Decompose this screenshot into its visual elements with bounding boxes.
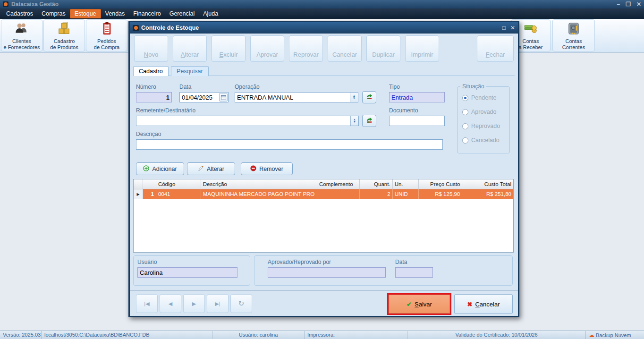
window-title: Datacaixa Gestão [11, 1, 59, 8]
status-certificate: Validade do Certificado: 10/01/2026 [407, 331, 586, 339]
tab-bar: Cadastro Pesquisar [133, 66, 515, 76]
grid-header-preco[interactable]: Preço Custo [419, 179, 463, 189]
situacao-label: Situação [460, 83, 486, 90]
radio-icon [462, 137, 468, 144]
remover-button[interactable]: Remover [241, 162, 293, 175]
excluir-button[interactable]: Excluir [212, 35, 246, 62]
alterar-button[interactable]: Alterar [173, 35, 207, 62]
table-row-selected[interactable]: ▶ 1 0041 MAQUININHA MERCADO PAGO POINT P… [134, 189, 513, 199]
menu-item-ajuda[interactable]: Ajuda [199, 9, 222, 18]
people-icon [15, 22, 29, 37]
toolbar-button-pedidos[interactable]: Pedidos de Compra [86, 19, 127, 51]
salvar-button[interactable]: ✔ Salvar [389, 295, 450, 314]
aprovado-por-field [268, 267, 386, 278]
toolbar-button-contas-correntes[interactable]: Contas Correntes [552, 19, 595, 51]
app-icon [3, 1, 8, 7]
situacao-group: Situação Pendente Aprovado Reprovado Can… [457, 86, 510, 153]
grid-header-marker [134, 179, 143, 189]
radio-pendente[interactable]: Pendente [462, 94, 497, 101]
aprovacao-data-field [395, 267, 433, 278]
grid-header-total[interactable]: Custo Total [462, 179, 513, 189]
check-icon: ✔ [407, 301, 412, 308]
spinner-icon[interactable]: ▲▼ [350, 93, 358, 102]
operacao-combo[interactable]: ENTRADA MANUAL ▲▼ [235, 92, 358, 102]
menu-item-vendas[interactable]: Vendas [101, 9, 129, 18]
spinner-icon[interactable]: ▲▼ [350, 116, 358, 126]
x-icon: ✖ [467, 301, 473, 308]
menu-item-financeiro[interactable]: Financeiro [129, 9, 165, 18]
radio-aprovado[interactable]: Aprovado [462, 109, 497, 115]
menu-item-estoque[interactable]: Estoque [70, 9, 101, 18]
fechar-button[interactable]: Fechar [477, 35, 514, 62]
reprovar-button[interactable]: Reprovar [289, 35, 323, 62]
grid-header-row: Código Descrição Complemento Quant. Un. … [134, 179, 513, 189]
duplicar-button[interactable]: Duplicar [366, 35, 400, 62]
tab-cadastro[interactable]: Cadastro [133, 66, 169, 76]
dialog-title: Controle de Estoque [141, 25, 199, 31]
data-field[interactable]: 01/04/2025 [179, 92, 229, 102]
safe-icon [567, 22, 581, 37]
minimize-icon[interactable]: – [617, 1, 620, 8]
money-icon [524, 22, 538, 37]
restore-icon[interactable]: ❐ [626, 1, 631, 8]
close-icon[interactable]: ✕ [636, 1, 641, 8]
documento-label: Documento [389, 107, 418, 114]
cancelar-button[interactable]: ✖ Cancelar [454, 294, 513, 314]
lookup-icon [366, 93, 373, 102]
remetente-combo[interactable]: ▲▼ [136, 116, 359, 126]
row-marker-icon: ▶ [134, 189, 143, 199]
tipo-field[interactable]: Entrada [389, 92, 445, 102]
status-printer: Impressora: [305, 331, 407, 339]
radio-cancelado[interactable]: Cancelado [462, 137, 500, 144]
numero-field[interactable]: 1 [136, 92, 172, 102]
calendar-icon[interactable] [219, 93, 228, 102]
remetente-lookup-button[interactable] [362, 115, 376, 127]
descricao-field[interactable] [136, 139, 443, 150]
descricao-label: Descrição [136, 131, 161, 137]
radio-reprovado[interactable]: Reprovado [462, 123, 500, 129]
operacao-lookup-button[interactable] [362, 91, 376, 103]
documento-field[interactable] [389, 116, 445, 126]
numero-label: Número [136, 84, 156, 90]
add-icon [143, 165, 149, 173]
toolbar-button-produtos[interactable]: Cadastro de Produtos [43, 19, 85, 51]
aprovar-button[interactable]: Aprovar [250, 35, 284, 62]
operacao-label: Operação [235, 84, 260, 90]
aprovado-por-label: Aprovado/Reprovado por [268, 259, 331, 265]
grid-header-descricao[interactable]: Descrição [201, 179, 317, 189]
menu-bar: Cadastros Compras Estoque Vendas Finance… [0, 8, 644, 19]
grid-header-num[interactable] [143, 179, 156, 189]
usuario-group: Usuário Carolina [133, 255, 250, 286]
nav-last-icon[interactable]: ▶| [207, 294, 229, 313]
menu-item-compras[interactable]: Compras [37, 9, 70, 18]
status-database: localhost/3050:C:\Datacaixa\BD\BANCO.FDB [42, 331, 212, 339]
dialog-maximize-icon[interactable]: □ [502, 25, 506, 31]
grid-header-un[interactable]: Un. [393, 179, 419, 189]
nav-next-icon[interactable]: ▶ [183, 294, 205, 313]
nav-first-icon[interactable]: |◀ [136, 294, 158, 313]
menu-item-gerencial[interactable]: Gerencial [165, 9, 199, 18]
grid-header-quant[interactable]: Quant. [360, 179, 393, 189]
tab-pesquisar[interactable]: Pesquisar [171, 66, 209, 76]
salvar-highlight-box: ✔ Salvar [387, 293, 451, 315]
alterar-item-button[interactable]: Alterar [187, 162, 235, 175]
record-navigator: |◀ ◀ ▶ ▶| ↻ [136, 294, 252, 313]
dialog-icon [133, 25, 139, 31]
radio-selected-icon [462, 95, 468, 101]
imprimir-button[interactable]: Imprimir [405, 35, 439, 62]
nav-prev-icon[interactable]: ◀ [160, 294, 181, 313]
adicionar-button[interactable]: Adicionar [136, 162, 184, 175]
dialog-close-icon[interactable]: ✕ [510, 25, 515, 31]
dialog-titlebar: Controle de Estoque □ ✕ [130, 22, 518, 34]
nav-refresh-icon[interactable]: ↻ [230, 294, 252, 313]
status-backup[interactable]: ☁Backup Nuvem [586, 331, 644, 339]
cancelar-toolbar-button[interactable]: Cancelar [328, 35, 362, 62]
clipboard-icon [100, 22, 114, 37]
toolbar-button-clientes[interactable]: Clientes e Fornecedores [1, 19, 42, 51]
tipo-label: Tipo [389, 84, 400, 90]
window-titlebar: Datacaixa Gestão – ❐ ✕ [0, 0, 644, 8]
novo-button[interactable]: Novo [134, 35, 168, 62]
grid-header-complemento[interactable]: Complemento [317, 179, 360, 189]
menu-item-cadastros[interactable]: Cadastros [2, 9, 37, 18]
grid-header-codigo[interactable]: Código [156, 179, 201, 189]
